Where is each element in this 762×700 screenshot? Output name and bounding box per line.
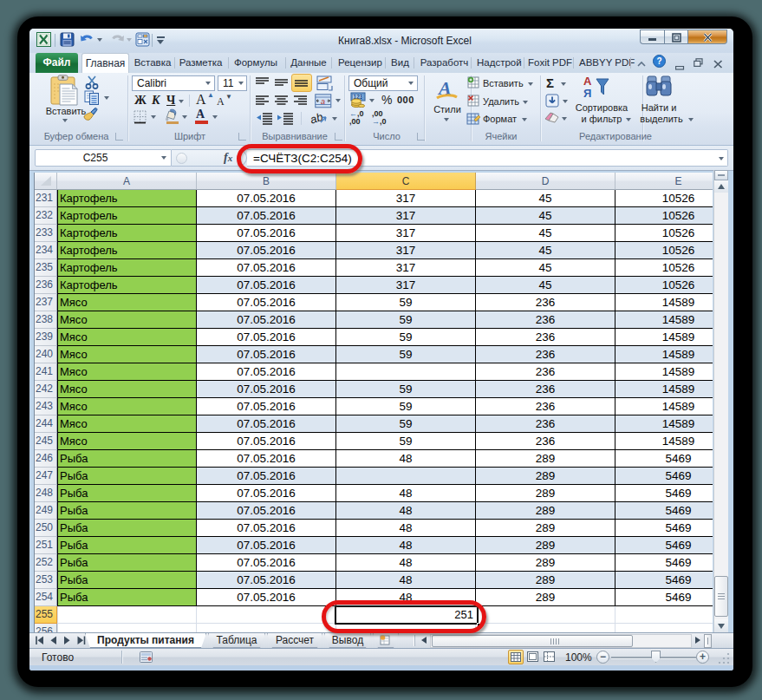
svg-text:?: ?: [656, 56, 661, 66]
svg-text:a: a: [321, 97, 325, 106]
svg-text:Я: Я: [583, 87, 591, 100]
svg-text:ab: ab: [309, 111, 324, 127]
svg-text:А: А: [583, 75, 592, 88]
